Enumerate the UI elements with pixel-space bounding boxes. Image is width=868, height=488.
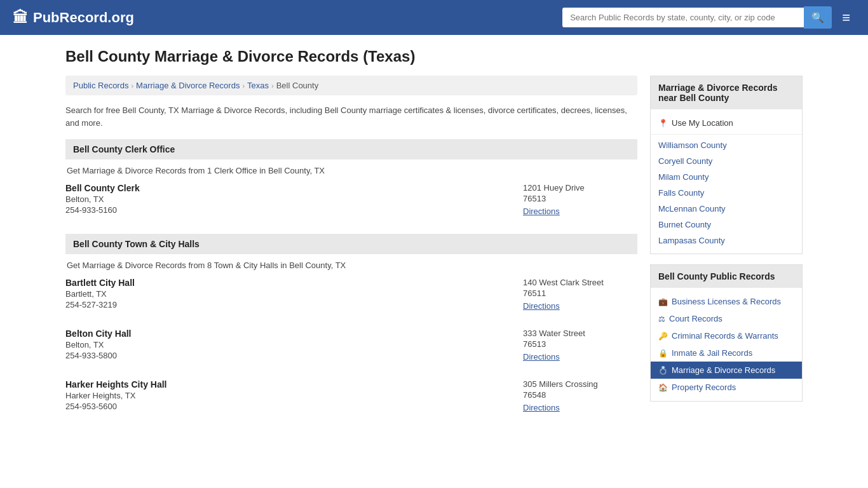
content-wrapper: Public Records › Marriage & Divorce Reco… <box>65 76 803 430</box>
sidebar-item-williamson[interactable]: Williamson County <box>651 137 802 153</box>
directions-link[interactable]: Directions <box>523 207 560 216</box>
search-button[interactable]: 🔍 <box>804 6 832 29</box>
table-row: Bell County Clerk Belton, TX 254-933-516… <box>65 183 637 222</box>
cityhalls-section-header: Bell County Town & City Halls <box>65 234 637 254</box>
record-zip: 76513 <box>523 339 637 349</box>
business-licenses-label: Business Licenses & Records <box>672 297 781 306</box>
breadcrumb: Public Records › Marriage & Divorce Reco… <box>65 76 637 95</box>
public-records-content: Business Licenses & Records Court Record… <box>651 288 802 401</box>
key-icon <box>658 331 668 341</box>
menu-button[interactable]: ≡ <box>837 7 855 29</box>
directions-link[interactable]: Directions <box>523 352 560 362</box>
record-right: 305 Millers Crossing 76548 Directions <box>523 379 637 412</box>
record-phone: 254-953-5600 <box>65 402 523 411</box>
record-left: Bartlett City Hall Bartlett, TX 254-527-… <box>65 278 523 311</box>
record-city: Bartlett, TX <box>65 289 523 299</box>
breadcrumb-sep-3: › <box>271 82 274 90</box>
record-left: Belton City Hall Belton, TX 254-933-5800 <box>65 329 523 362</box>
rings-icon <box>658 365 668 375</box>
sidebar-item-use-location[interactable]: Use My Location <box>651 114 802 132</box>
sidebar-item-coryell[interactable]: Coryell County <box>651 153 802 169</box>
county-label: Lampasas County <box>658 236 725 245</box>
page-title: Bell County Marriage & Divorce Records (… <box>65 48 803 65</box>
record-right: 140 West Clark Street 76511 Directions <box>523 278 637 311</box>
record-name: Bartlett City Hall <box>65 278 523 288</box>
record-right: 333 Water Street 76513 Directions <box>523 329 637 362</box>
menu-icon: ≡ <box>842 10 850 25</box>
record-city: Harker Heights, TX <box>65 391 523 400</box>
sidebar: Marriage & Divorce Records near Bell Cou… <box>650 76 803 430</box>
record-zip: 76513 <box>523 194 637 203</box>
county-label: Burnet County <box>658 220 711 229</box>
nearby-records-box: Marriage & Divorce Records near Bell Cou… <box>650 76 803 254</box>
main-container: Bell County Marriage & Divorce Records (… <box>53 35 815 443</box>
county-label: McLennan County <box>658 204 726 214</box>
sidebar-item-lampasas[interactable]: Lampasas County <box>651 233 802 248</box>
logo-text: PubRecord.org <box>33 10 134 26</box>
sidebar-item-criminal-records[interactable]: Criminal Records & Warrants <box>651 327 802 344</box>
record-name: Harker Heights City Hall <box>65 379 523 390</box>
search-input[interactable] <box>562 8 804 27</box>
breadcrumb-link-marriage[interactable]: Marriage & Divorce Records <box>136 81 240 90</box>
page-description: Search for free Bell County, TX Marriage… <box>65 104 637 129</box>
county-label: Coryell County <box>658 156 712 166</box>
breadcrumb-sep-1: › <box>131 82 133 90</box>
breadcrumb-link-public-records[interactable]: Public Records <box>73 81 128 90</box>
record-phone: 254-933-5160 <box>65 205 523 215</box>
county-label: Falls County <box>658 188 704 198</box>
header-right: 🔍 ≡ <box>562 6 855 29</box>
clerk-section: Bell County Clerk Office Get Marriage & … <box>65 139 637 222</box>
sidebar-item-falls[interactable]: Falls County <box>651 185 802 201</box>
record-zip: 76548 <box>523 390 637 400</box>
sidebar-item-burnet[interactable]: Burnet County <box>651 217 802 233</box>
sidebar-item-inmate-records[interactable]: Inmate & Jail Records <box>651 344 802 362</box>
record-address: 333 Water Street <box>523 329 637 338</box>
directions-link[interactable]: Directions <box>523 403 560 412</box>
record-left: Harker Heights City Hall Harker Heights,… <box>65 379 523 412</box>
home-icon <box>658 383 668 392</box>
record-zip: 76511 <box>523 288 637 298</box>
sidebar-item-court-records[interactable]: Court Records <box>651 310 802 327</box>
nearby-records-content: Use My Location Williamson County Coryel… <box>651 109 802 254</box>
sidebar-item-business-licenses[interactable]: Business Licenses & Records <box>651 293 802 310</box>
cityhalls-section-desc: Get Marriage & Divorce Records from 8 To… <box>65 261 637 270</box>
search-bar: 🔍 <box>562 6 832 29</box>
sidebar-item-property-records[interactable]: Property Records <box>651 379 802 396</box>
record-phone: 254-527-3219 <box>65 300 523 309</box>
inmate-records-label: Inmate & Jail Records <box>672 348 752 358</box>
clerk-section-header: Bell County Clerk Office <box>65 139 637 159</box>
breadcrumb-link-texas[interactable]: Texas <box>247 81 269 90</box>
criminal-records-label: Criminal Records & Warrants <box>672 331 778 341</box>
cityhalls-section: Bell County Town & City Halls Get Marria… <box>65 234 637 419</box>
table-row: Harker Heights City Hall Harker Heights,… <box>65 379 637 419</box>
divider <box>651 134 802 135</box>
record-left: Bell County Clerk Belton, TX 254-933-516… <box>65 183 523 216</box>
scale-icon <box>658 314 665 323</box>
table-row: Belton City Hall Belton, TX 254-933-5800… <box>65 329 637 368</box>
location-icon <box>658 118 668 128</box>
court-records-label: Court Records <box>669 314 722 323</box>
record-address: 140 West Clark Street <box>523 278 637 287</box>
search-icon: 🔍 <box>811 12 824 23</box>
logo[interactable]: 🏛 PubRecord.org <box>13 9 134 27</box>
record-right: 1201 Huey Drive 76513 Directions <box>523 183 637 216</box>
clerk-section-desc: Get Marriage & Divorce Records from 1 Cl… <box>65 166 637 175</box>
directions-link[interactable]: Directions <box>523 301 560 311</box>
record-address: 305 Millers Crossing <box>523 379 637 389</box>
briefcase-icon <box>658 297 668 306</box>
nearby-records-header: Marriage & Divorce Records near Bell Cou… <box>651 76 802 109</box>
breadcrumb-current: Bell County <box>276 81 318 90</box>
main-content: Public Records › Marriage & Divorce Reco… <box>65 76 637 430</box>
header: 🏛 PubRecord.org 🔍 ≡ <box>0 0 868 35</box>
county-label: Williamson County <box>658 140 727 150</box>
sidebar-item-mclennan[interactable]: McLennan County <box>651 201 802 217</box>
marriage-records-label: Marriage & Divorce Records <box>672 365 775 375</box>
sidebar-item-marriage-records[interactable]: Marriage & Divorce Records <box>651 362 802 379</box>
sidebar-item-milam[interactable]: Milam County <box>651 169 802 185</box>
public-records-header: Bell County Public Records <box>651 265 802 288</box>
county-label: Milam County <box>658 172 709 182</box>
table-row: Bartlett City Hall Bartlett, TX 254-527-… <box>65 278 637 317</box>
record-city: Belton, TX <box>65 340 523 349</box>
record-name: Belton City Hall <box>65 329 523 339</box>
use-location-label: Use My Location <box>672 118 733 128</box>
